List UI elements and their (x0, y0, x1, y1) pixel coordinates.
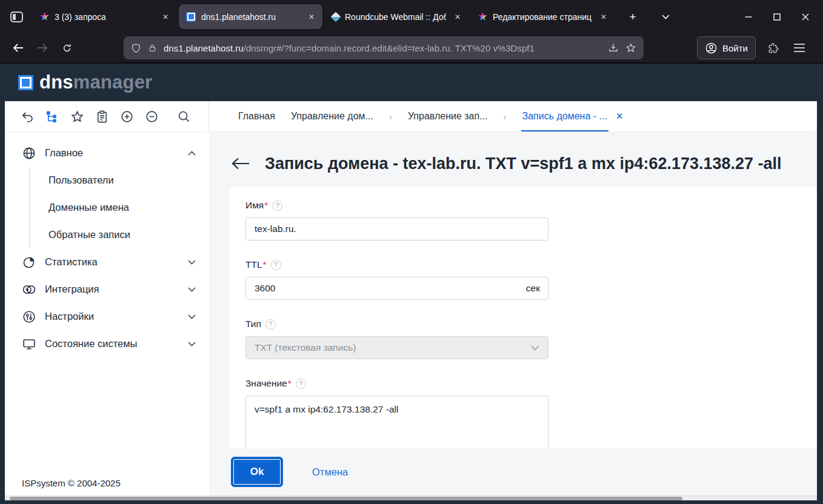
form-footer: Ok Отмена (209, 448, 817, 496)
copyright-text: ISPsystem © 2004-2025 (22, 478, 121, 488)
ispmanager-favicon-icon (186, 12, 196, 22)
sidebar-item-main[interactable]: Главное (5, 139, 209, 167)
sidebar-item-reverse-records[interactable]: Обратные записи (30, 221, 209, 248)
firefox-view-icon[interactable] (5, 5, 28, 28)
window-close-icon[interactable] (791, 0, 819, 33)
url-bar[interactable]: dns1.planetahost.ru/dnsmgr#/?func=domain… (124, 36, 644, 59)
url-text[interactable]: dns1.planetahost.ru/dnsmgr#/?func=domain… (164, 43, 601, 53)
tab-close-icon[interactable]: ✕ (451, 11, 464, 23)
browser-tab-dnsmanager[interactable]: dns1.planetahost.ru ✕ (179, 4, 322, 29)
horizontal-scrollbar[interactable] (5, 496, 817, 500)
tab-domain-management[interactable]: Управление дом... (291, 101, 373, 131)
app-frame: Главная Управление дом... › Управление з… (5, 101, 817, 496)
name-label: Имя* ? (245, 200, 548, 211)
back-icon[interactable] (8, 38, 28, 58)
monitor-icon (22, 337, 36, 351)
window-minimize-icon[interactable] (734, 0, 762, 33)
tab-close-icon[interactable]: ✕ (616, 111, 624, 122)
field-name: Имя* ? (245, 200, 548, 240)
browser-tab-roundcube[interactable]: Roundcube Webmail :: Доб ✕ (325, 4, 468, 29)
scrollbar-thumb[interactable] (10, 497, 682, 500)
tab-domain-record[interactable]: Запись домена - ... ✕ (522, 101, 624, 131)
browser-tab-page-edit[interactable]: Редактирование страниц ✕ (471, 4, 615, 29)
zoom-out-icon[interactable] (145, 110, 159, 124)
sidebar-item-settings[interactable]: Настройки (5, 303, 209, 330)
bookmark-star-icon[interactable] (625, 42, 636, 53)
ok-button[interactable]: Ok (231, 457, 283, 487)
tab-list-dropdown-icon[interactable] (656, 7, 675, 27)
sidebar-item-statistics[interactable]: Статистика (5, 248, 209, 276)
chevron-down-icon (188, 260, 196, 265)
back-arrow-icon[interactable] (231, 157, 250, 170)
tab-close-icon[interactable]: ✕ (598, 11, 610, 23)
browser-tab-queries[interactable]: 3 (3) запроса ✕ (33, 4, 176, 29)
sparkle-favicon-icon (478, 12, 487, 21)
field-type: Тип ? TXT (текстовая запись) (245, 319, 548, 359)
required-asterisk: * (288, 378, 292, 389)
search-icon[interactable] (177, 110, 191, 124)
login-button[interactable]: Войти (697, 36, 756, 59)
content-row: Главное Пользователи Доменные имена Обра… (5, 132, 817, 496)
sidebar: Главное Пользователи Доменные имена Обра… (5, 132, 209, 496)
new-tab-button[interactable]: + (623, 7, 642, 27)
breadcrumb: Главная Управление дом... › Управление з… (209, 101, 817, 131)
value-textarea[interactable]: v=spf1 a mx ip4:62.173.138.27 -all (245, 396, 548, 448)
tab-records-management[interactable]: Управление зап... (408, 101, 488, 131)
zoom-in-icon[interactable] (120, 110, 134, 124)
favorites-star-icon[interactable] (70, 110, 84, 124)
pie-chart-icon (22, 255, 36, 270)
tab-close-icon[interactable]: ✕ (305, 11, 318, 23)
name-input[interactable] (245, 217, 548, 240)
help-icon[interactable]: ? (296, 379, 306, 389)
breadcrumb-separator: › (389, 111, 392, 122)
sidebar-item-integration[interactable]: Интеграция (5, 276, 209, 303)
shield-icon[interactable] (131, 42, 141, 54)
toolbar-row: Главная Управление дом... › Управление з… (5, 101, 817, 132)
reload-icon[interactable] (56, 38, 77, 58)
tab-title: dns1.planetahost.ru (201, 12, 300, 22)
brand-light: manager (73, 71, 153, 93)
sidebar-item-domain-names[interactable]: Доменные имена (30, 194, 209, 221)
hamburger-menu-icon[interactable] (789, 38, 810, 58)
window-maximize-icon[interactable] (762, 0, 791, 33)
ttl-input[interactable] (245, 277, 548, 300)
sidebar-item-users[interactable]: Пользователи (30, 167, 209, 194)
chevron-up-icon (188, 151, 196, 156)
lock-icon[interactable] (148, 43, 157, 53)
chevron-down-icon (188, 287, 196, 292)
tune-settings-icon (22, 310, 36, 324)
login-label: Войти (722, 43, 748, 53)
brand-title: dnsmanager (39, 71, 152, 93)
required-asterisk: * (263, 259, 267, 270)
chevron-down-icon (188, 342, 196, 346)
help-icon[interactable]: ? (272, 201, 282, 211)
clipboard-list-icon[interactable] (95, 110, 109, 124)
extensions-icon[interactable] (763, 38, 784, 58)
tab-title: 3 (3) запроса (55, 12, 154, 22)
help-icon[interactable]: ? (265, 319, 276, 330)
tab-home[interactable]: Главная (238, 101, 275, 131)
undo-arrow-icon[interactable] (21, 110, 35, 124)
forward-icon[interactable] (32, 38, 53, 58)
url-subdomain: dns1. (164, 43, 186, 53)
dnsmanager-page: dnsmanager Главная Управление дом... › (0, 64, 823, 504)
sidebar-item-system-status[interactable]: Состояние системы (5, 330, 209, 357)
window-controls (734, 0, 819, 33)
browser-nav-bar: dns1.planetahost.ru/dnsmgr#/?func=domain… (0, 33, 823, 64)
tab-close-icon[interactable]: ✕ (159, 11, 172, 23)
required-asterisk: * (264, 200, 268, 211)
brand-bold: dns (39, 71, 73, 93)
bottom-strip (0, 500, 823, 504)
form-card: Имя* ? TTL* ? сек (229, 187, 817, 448)
url-domain: planetahost.ru (186, 43, 244, 53)
field-ttl: TTL* ? сек (245, 259, 548, 300)
save-page-icon[interactable] (608, 42, 619, 53)
ttl-unit-label: сек (526, 283, 540, 294)
dnsmanager-logo-icon (18, 75, 33, 90)
help-icon[interactable]: ? (271, 260, 281, 270)
app-header: dnsmanager (0, 64, 823, 101)
type-select[interactable]: TXT (текстовая запись) (245, 336, 548, 359)
page-title-row: Запись домена - tex-lab.ru. TXT v=spf1 a… (209, 132, 817, 187)
tree-view-icon[interactable] (45, 110, 59, 124)
cancel-link[interactable]: Отмена (312, 466, 348, 478)
